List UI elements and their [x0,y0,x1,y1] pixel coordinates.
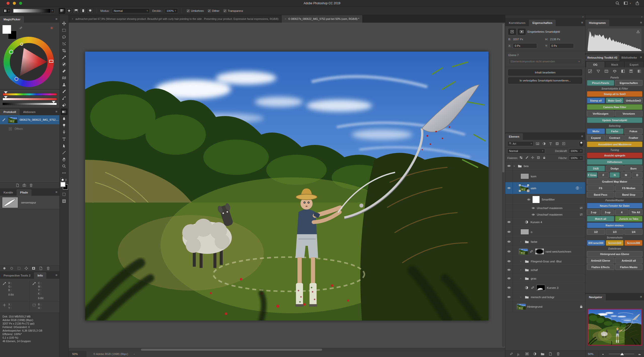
zoom-out-icon[interactable] [601,352,605,355]
tab-ebenen[interactable]: Ebenen [505,133,523,140]
visibility-eye-icon[interactable] [507,268,511,272]
history-brush-icon[interactable] [2,118,6,122]
path-select-tool[interactable] [61,142,68,149]
toolkit-button[interactable]: Match all [587,216,614,222]
scales-icon[interactable] [613,69,617,73]
brush-tool[interactable] [61,88,68,95]
toolkit-button[interactable]: Hintergrund aus Ebene [587,251,642,257]
filter-adjustment-layers-icon[interactable] [542,141,547,146]
toolkit-button[interactable]: 4 [615,209,628,215]
tab-perspective-tools[interactable]: Perspective Tools 2 [0,272,34,279]
new-layer-icon[interactable] [548,352,552,356]
search-icon[interactable] [615,1,620,5]
layer-row[interactable]: o [505,226,585,237]
layer-visibility-cell[interactable] [505,226,513,237]
layer-name[interactable]: usm [531,187,536,190]
lock-pixels-icon[interactable] [525,156,529,160]
visibility-eye-icon[interactable] [507,164,511,168]
move-tool[interactable] [61,20,68,27]
linear-gradient-button[interactable] [59,8,65,14]
curves-icon[interactable] [588,69,592,73]
mixer-brush-tool[interactable] [61,95,68,101]
layer-visibility-cell[interactable] [505,218,513,226]
healing-brush-tool[interactable] [61,68,68,74]
close-tab-icon[interactable]: × [72,17,73,20]
layer-visibility-cell[interactable] [505,182,513,194]
saturation-slider[interactable] [3,98,57,100]
tab-histogramm[interactable]: Histogramm [585,20,609,26]
line-tool[interactable] [61,149,68,156]
new-group-icon[interactable] [541,352,545,356]
navigator-zoom-field[interactable]: 50% [588,351,599,357]
layer-visibility-cell[interactable] [505,274,513,283]
collapse-panels-icon[interactable]: » [582,15,584,18]
layer-name[interactable]: farbe [531,240,537,243]
zoom-tool[interactable] [61,163,68,169]
delete-layer-icon[interactable] [556,352,560,356]
dodge-tool[interactable] [61,122,68,129]
checkbox-icon[interactable]: ✓ [208,9,211,12]
layer-visibility-cell[interactable] [505,257,513,265]
gradient-tool[interactable] [61,108,68,115]
diamond-gradient-button[interactable] [87,8,93,14]
stroke-path-icon[interactable] [10,266,14,270]
layer-row[interactable]: › Fliegend-Gras und -Blut [505,257,585,266]
layer-thumbnail[interactable] [517,304,525,309]
toolkit-button[interactable]: F [598,172,609,178]
toolkit-button[interactable]: M [621,172,631,178]
adjustment-layer-icon[interactable] [524,286,529,290]
crop-tool[interactable] [61,47,68,54]
layer-name[interactable]: Unscharf maskieren [537,213,562,216]
visibility-eye-icon[interactable] [507,220,511,224]
toolkit-button[interactable]: F Grau [587,172,597,178]
link-mask-icon[interactable] [531,286,535,290]
toolkit-button[interactable]: FS [587,185,614,191]
toolkit-button[interactable]: Camera Raw Filter [587,104,642,110]
smart-object-thumbnail[interactable] [519,184,529,192]
warning-icon[interactable] [636,30,640,33]
panel-menu-icon[interactable]: ≡ [581,134,583,138]
add-vector-mask-icon[interactable] [32,266,35,270]
spot-healing-tool[interactable] [61,61,68,67]
tab-aktionen[interactable]: Aktionen [20,109,39,115]
more-tools[interactable] [61,170,68,176]
panel-menu-icon[interactable]: ≡ [640,21,642,24]
layer-visibility-cell[interactable] [505,283,513,293]
toolkit-button[interactable]: Verflüssigen [587,111,614,116]
layer-effects-icon[interactable]: fx [517,352,521,356]
link-mask-icon[interactable] [529,250,534,253]
checkbox-icon[interactable]: ✓ [223,9,226,12]
layer-row[interactable]: Kurven 4 [505,218,585,226]
visibility-eye-icon[interactable] [507,230,511,234]
tab-navigator[interactable]: Navigator [585,294,606,300]
toolkit-button[interactable]: Fokus [624,128,642,134]
tab-pfade[interactable]: Pfade [17,189,31,196]
filter-smart-object-icon[interactable] [561,141,566,146]
chevron-down-icon[interactable]: ∨ [513,165,516,167]
foreground-color[interactable] [60,182,65,187]
hand-tool[interactable] [61,156,68,163]
toolkit-button[interactable]: Feather [624,135,642,141]
collapse-filters-icon[interactable]: ^ [581,187,583,189]
layer-thumbnail[interactable] [520,173,529,179]
toolkit-button[interactable]: Band Pass [587,192,614,197]
layer-row[interactable]: Kurven 3 [505,283,585,293]
eyedropper-tool[interactable] [61,54,68,61]
quick-mask-button[interactable] [61,191,68,197]
filter-shape-layers-icon[interactable] [555,141,560,146]
layer-row[interactable]: Unscharf maskieren [505,211,585,218]
filter-pixel-layers-icon[interactable] [535,141,540,146]
chevron-right-icon[interactable]: › [520,296,523,298]
visibility-eye-icon[interactable] [507,249,511,254]
swap-colors-icon[interactable] [64,178,67,181]
color-marker-blue[interactable] [15,77,18,81]
half-square-icon[interactable] [621,69,625,73]
toolkit-button[interactable]: Gradient Map Maker [587,179,642,184]
toolkit-button[interactable]: D&B [587,166,605,171]
color-marker-ring[interactable] [20,43,23,46]
close-window-button[interactable] [7,2,10,5]
toolkit-button[interactable]: UnfuckSmO [624,98,642,103]
layer-visibility-cell[interactable] [505,171,513,182]
layer-visibility-cell[interactable] [505,237,513,246]
cmyk-eyedropper-icon[interactable] [32,282,36,286]
